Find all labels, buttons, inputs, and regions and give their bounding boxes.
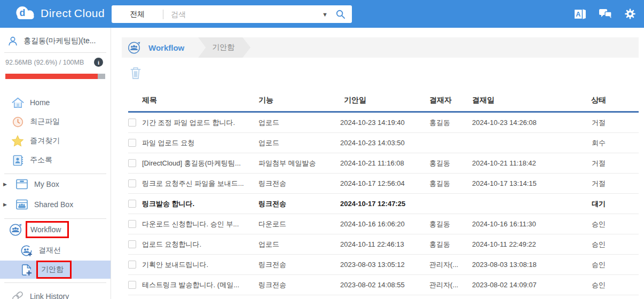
apps-a-icon[interactable]: A	[574, 7, 587, 21]
row-checkbox[interactable]	[128, 281, 136, 289]
row-approval-date: 2023-08-02 14:09:07	[472, 281, 559, 289]
row-checkbox[interactable]	[128, 159, 136, 167]
column-header-title[interactable]: 제목	[142, 96, 258, 105]
gear-icon[interactable]	[624, 7, 637, 20]
row-checkbox[interactable]	[128, 240, 136, 248]
row-title[interactable]: 기간 조정 파일 업로드 합니다.	[142, 118, 258, 128]
row-checkbox[interactable]	[128, 261, 136, 269]
sidebar-item-label: 기안함	[41, 265, 64, 273]
row-draft-date: 2024-10-17 12:56:04	[339, 179, 429, 187]
draft-box-icon	[19, 263, 33, 277]
row-status: 거절	[559, 118, 639, 128]
row-checkbox-cell	[128, 220, 142, 228]
sidebar-boxes: ▶ My Box ▶	[0, 174, 111, 215]
table-row[interactable]: 테스트링크 발송합니다. (메일... 링크전송 2023-08-02 14:0…	[128, 275, 639, 295]
partial-row	[128, 295, 639, 299]
row-function: 업로드	[258, 118, 339, 128]
column-header-approval-date[interactable]: 결재일	[472, 96, 559, 105]
info-icon[interactable]: i	[94, 58, 103, 67]
user-profile[interactable]: 홍길동(마케팅팀)(te...	[7, 34, 105, 49]
breadcrumb-current-label: 기안함	[212, 43, 234, 52]
expand-arrow-icon[interactable]: ▶	[3, 182, 10, 187]
breadcrumb: Workflow 기안함	[122, 37, 639, 58]
row-checkbox-cell	[128, 200, 142, 208]
annotation-highlight: Workflow	[26, 221, 69, 238]
sidebar-item-address-book[interactable]: 주소록	[0, 151, 111, 170]
search-scope-dropdown[interactable]: 전체	[112, 10, 163, 19]
clock-icon	[11, 116, 25, 128]
logo[interactable]: d DirectCloud	[15, 5, 105, 21]
sidebar-item-link-history[interactable]: Link History	[0, 286, 111, 299]
column-header-draft-date[interactable]: 기안일	[339, 96, 429, 105]
sidebar-item-workflow[interactable]: Workflow	[0, 219, 111, 240]
row-approver: 홍길동	[429, 240, 472, 249]
row-function: 링크전송	[258, 199, 339, 209]
user-name: 홍길동(마케팅팀)(te...	[23, 36, 96, 46]
app-window: d DirectCloud 전체 ▼ A	[0, 0, 644, 299]
row-draft-date: 2024-10-11 22:46:13	[339, 240, 429, 248]
sidebar-item-favorites[interactable]: 즐겨찾기	[0, 131, 111, 151]
row-title[interactable]: 링크발송 합니다.	[142, 199, 258, 209]
row-title[interactable]: 업로드 요청합니다.	[142, 240, 258, 249]
logo-text: DirectCloud	[41, 7, 105, 20]
row-draft-date: 2024-10-23 14:03:50	[339, 139, 429, 147]
row-title[interactable]: 테스트링크 발송합니다. (메일...	[142, 280, 258, 290]
home-icon	[11, 96, 25, 109]
shared-box-icon	[15, 198, 29, 211]
row-title[interactable]: [DirectCloud] 홍길동(마케팅팀...	[142, 159, 258, 168]
row-checkbox[interactable]	[128, 200, 136, 208]
svg-text:A: A	[576, 11, 580, 18]
main-content: Workflow 기안함 제목 기능 기안일 결재자 결재일 상태	[111, 28, 644, 299]
row-checkbox[interactable]	[128, 179, 136, 187]
table-row[interactable]: 기획안 보내드립니다. 링크전송 2023-08-03 13:05:12 관리자…	[128, 255, 639, 275]
breadcrumb-current[interactable]: 기안함	[198, 37, 250, 58]
sidebar-item-my-box[interactable]: ▶ My Box	[0, 174, 111, 194]
search-bar: 전체 ▼	[112, 5, 352, 23]
sidebar-item-recent-files[interactable]: 최근파일	[0, 112, 111, 131]
row-title[interactable]: 기획안 보내드립니다.	[142, 260, 258, 270]
table-row[interactable]: 파일 업로드 요청 업로드 2024-10-23 14:03:50 회수	[128, 133, 639, 153]
sidebar-item-approval-line[interactable]: 결재선	[0, 240, 111, 261]
row-approver: 관리자(...	[429, 260, 472, 270]
row-checkbox-cell	[128, 179, 142, 187]
sidebar-item-home[interactable]: Home	[0, 93, 111, 112]
table-row[interactable]: 기간 조정 파일 업로드 합니다. 업로드 2024-10-23 14:19:4…	[128, 113, 639, 133]
annotation-highlight: 기안함	[36, 261, 72, 279]
row-status: 거절	[559, 179, 639, 188]
breadcrumb-workflow[interactable]: Workflow	[148, 43, 184, 52]
row-approval-date: 2023-08-03 13:08:18	[472, 261, 559, 269]
row-title[interactable]: 파일 업로드 요청	[142, 138, 258, 148]
chat-icon[interactable]	[598, 7, 612, 20]
row-draft-date: 2023-08-02 14:08:55	[339, 281, 429, 289]
row-checkbox-cell	[128, 261, 142, 269]
row-title[interactable]: 다운로드 신청합니다. 승인 부...	[142, 219, 258, 229]
table-row[interactable]: [DirectCloud] 홍길동(마케팅팀... 파일첨부 메일발송 2024…	[128, 153, 639, 174]
sidebar-workflow-group: Workflow 결재선	[0, 219, 111, 279]
search-input[interactable]	[163, 10, 322, 19]
table-row[interactable]: 링크발송 합니다. 링크전송 2024-10-17 12:47:25 대기	[128, 194, 639, 214]
row-approver: 홍길동	[429, 118, 472, 128]
sidebar-item-label: Home	[30, 98, 50, 107]
table-row[interactable]: 링크로 요청주신 파일을 보내드... 링크전송 2024-10-17 12:5…	[128, 174, 639, 194]
row-status: 승인	[559, 219, 639, 229]
sidebar: 홍길동(마케팅팀)(te... 92.56MB (92.6%) / 100MB …	[0, 28, 111, 299]
column-header-status[interactable]: 상태	[559, 96, 639, 105]
expand-arrow-icon[interactable]: ▶	[3, 202, 10, 207]
row-approval-date: 2024-10-21 11:18:42	[472, 159, 559, 167]
table-row[interactable]: 업로드 요청합니다. 업로드 2024-10-11 22:46:13 홍길동 2…	[128, 234, 639, 255]
row-status: 승인	[559, 260, 639, 270]
row-checkbox[interactable]	[128, 220, 136, 228]
search-icon[interactable]	[335, 9, 345, 19]
row-checkbox[interactable]	[128, 119, 136, 127]
column-header-approver[interactable]: 결재자	[429, 96, 472, 105]
user-icon	[7, 35, 19, 47]
table-row[interactable]: 다운로드 신청합니다. 승인 부... 다운로드 2024-10-16 16:0…	[128, 214, 639, 234]
trash-icon[interactable]	[129, 66, 142, 80]
column-header-function[interactable]: 기능	[258, 96, 339, 105]
row-checkbox[interactable]	[128, 139, 136, 147]
chevron-down-icon[interactable]: ▼	[322, 11, 328, 18]
row-title[interactable]: 링크로 요청주신 파일을 보내드...	[142, 179, 258, 188]
sidebar-item-draft-box[interactable]: 기안함	[0, 261, 111, 279]
sidebar-item-shared-box[interactable]: ▶ Shared Box	[0, 194, 111, 215]
sidebar-item-label: 즐겨찾기	[30, 136, 60, 146]
